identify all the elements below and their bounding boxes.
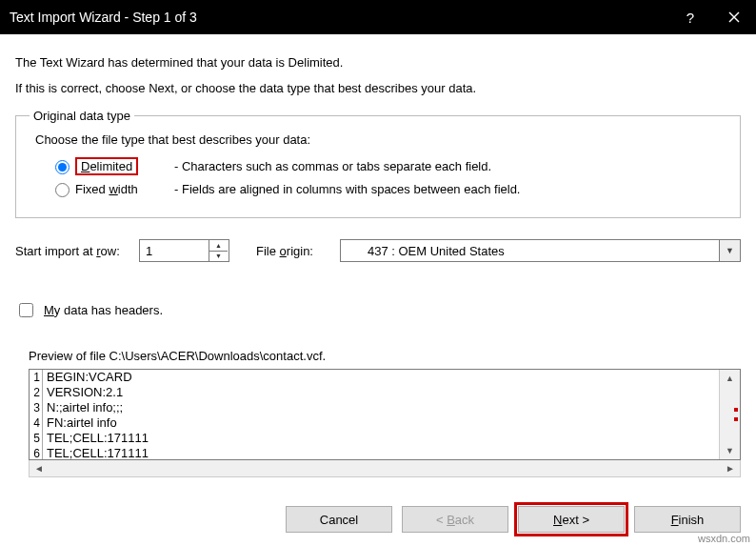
- fixed-width-label: Fixed width: [75, 182, 161, 196]
- file-origin-select[interactable]: 437 : OEM United States ▼: [340, 239, 741, 262]
- preview-line: TEL;CELL:171111: [43, 446, 149, 459]
- intro-text-2: If this is correct, choose Next, or choo…: [15, 81, 741, 95]
- start-row-input[interactable]: [140, 240, 209, 261]
- preview-horizontal-scrollbar[interactable]: ◄ ►: [29, 460, 741, 477]
- headers-label: My data has headers.: [44, 303, 163, 317]
- preview-vertical-scrollbar[interactable]: ▲ ▼: [719, 370, 740, 459]
- button-row: Cancel < Back Next > Finish: [286, 506, 741, 533]
- window-title: Text Import Wizard - Step 1 of 3: [10, 10, 197, 25]
- start-row-label: Start import at row:: [15, 244, 129, 258]
- file-origin-value: 437 : OEM United States: [341, 244, 719, 258]
- preview-line: VERSION:2.1: [43, 385, 123, 400]
- help-button[interactable]: ?: [668, 0, 712, 34]
- fixed-width-radio[interactable]: [55, 183, 70, 197]
- delimited-label: Delimited: [75, 157, 161, 175]
- preview-label: Preview of file C:\Users\ACER\Downloads\…: [29, 349, 741, 363]
- preview-line: BEGIN:VCARD: [43, 370, 132, 385]
- finish-button[interactable]: Finish: [634, 506, 741, 533]
- chevron-down-icon[interactable]: ▼: [719, 240, 740, 261]
- file-type-prompt: Choose the file type that best describes…: [35, 132, 726, 147]
- back-button: < Back: [402, 506, 508, 533]
- preview-box: 1BEGIN:VCARD 2VERSION:2.1 3N:;airtel inf…: [29, 369, 741, 460]
- intro-text-1: The Text Wizard has determined that your…: [15, 55, 741, 70]
- start-row-spinner[interactable]: ▲ ▼: [139, 239, 229, 262]
- cancel-button[interactable]: Cancel: [286, 506, 392, 533]
- preview-line: FN:airtel info: [43, 415, 117, 431]
- delimited-radio[interactable]: [55, 160, 70, 174]
- scroll-right-icon[interactable]: ►: [721, 463, 740, 474]
- next-button[interactable]: Next >: [518, 506, 625, 533]
- headers-checkbox[interactable]: [19, 303, 33, 317]
- fixed-width-desc: - Fields are aligned in columns with spa…: [174, 182, 520, 196]
- preview-line: TEL;CELL:171111: [43, 431, 149, 446]
- delimited-desc: - Characters such as commas or tabs sepa…: [174, 159, 491, 173]
- spinner-up-icon[interactable]: ▲: [209, 240, 228, 252]
- watermark: wsxdn.com: [698, 533, 750, 544]
- original-data-type-group: Original data type Choose the file type …: [15, 109, 741, 218]
- spinner-down-icon[interactable]: ▼: [209, 252, 228, 262]
- title-bar: Text Import Wizard - Step 1 of 3 ?: [0, 0, 756, 34]
- file-origin-label: File origin:: [256, 244, 313, 258]
- close-button[interactable]: [712, 0, 756, 34]
- scroll-down-icon[interactable]: ▼: [720, 442, 740, 459]
- close-icon: [728, 11, 740, 23]
- scroll-up-icon[interactable]: ▲: [720, 370, 740, 387]
- preview-line: N:;airtel info;;;: [43, 400, 123, 415]
- group-legend: Original data type: [30, 109, 134, 123]
- scroll-left-icon[interactable]: ◄: [30, 463, 49, 474]
